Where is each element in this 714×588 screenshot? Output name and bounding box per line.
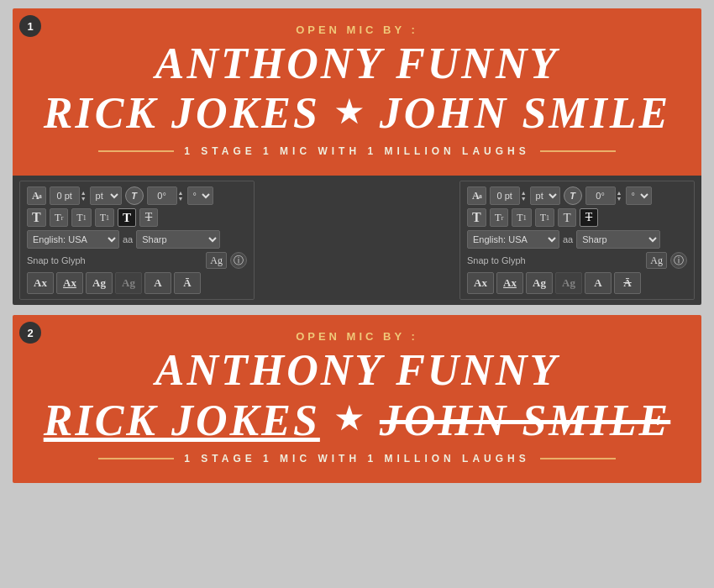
circle-t-right: T — [564, 186, 582, 205]
poster-1-title2a: RICK JOKES — [44, 89, 320, 137]
toolbar-left: Aa ▲ ▼ pt px T ▲ ▼ — [19, 181, 255, 300]
poster-1: OPEN MIC BY : ANTHONY FUNNY RICK JOKES ★… — [13, 8, 701, 176]
poster-2-title2b: JOHN SMILE — [380, 396, 670, 444]
angle-input-left[interactable] — [147, 186, 177, 205]
toolbar-left-row2: T Tr T1 T1 T T — [27, 208, 247, 227]
font-size-icon-right: Aa — [467, 186, 486, 205]
poster-2-title2: RICK JOKES ★ JOHN SMILE — [29, 396, 685, 444]
bb6-left[interactable]: Ā — [174, 272, 201, 294]
aa-label-right: aa — [563, 234, 573, 244]
angle-input-right[interactable] — [585, 186, 616, 205]
bb6-right[interactable]: Ā — [614, 272, 641, 294]
toolbar-right-row3: English: USA aa Sharp — [467, 230, 687, 249]
snap-info-btn-right[interactable]: ⓘ — [670, 252, 687, 269]
bb3-right[interactable]: Ag — [526, 272, 553, 294]
poster-1-title2: RICK JOKES ★ JOHN SMILE — [29, 89, 685, 137]
poster-2-title2a: RICK JOKES — [44, 396, 320, 444]
poster-2-subtitle: OPEN MIC BY : — [29, 330, 685, 343]
section-1: 1 OPEN MIC BY : ANTHONY FUNNY RICK JOKES… — [13, 8, 701, 305]
snap-row-right: Snap to Glyph Ag ⓘ — [467, 252, 687, 269]
snap-ag-btn-left[interactable]: Ag — [206, 252, 227, 269]
pt-up-left[interactable]: ▲ — [81, 190, 87, 196]
snap-icons-left: Ag ⓘ — [206, 252, 247, 269]
pt-input-left[interactable] — [50, 186, 80, 205]
pt-up-right[interactable]: ▲ — [521, 190, 527, 196]
section-2: 2 OPEN MIC BY : ANTHONY FUNNY RICK JOKES… — [13, 315, 701, 482]
t-small-btn-left[interactable]: Tr — [50, 208, 69, 227]
t-super-btn-right[interactable]: T1 — [512, 208, 531, 227]
t-super-btn-left[interactable]: T1 — [71, 208, 91, 227]
bb2-right[interactable]: Ax — [496, 272, 523, 294]
bb2-left[interactable]: Ax — [56, 272, 83, 294]
font-select-left[interactable]: Sharp — [136, 230, 220, 249]
font-select-right[interactable]: Sharp — [576, 230, 660, 249]
t-sub-btn-left[interactable]: T1 — [95, 208, 114, 227]
font-size-icon-left: Aa — [27, 186, 46, 205]
angle-select-right[interactable]: ° — [626, 186, 652, 205]
toolbar-right-row2: T Tr T1 T1 T T — [467, 208, 687, 227]
poster-2-title1: ANTHONY FUNNY — [29, 346, 685, 394]
t-normal-btn-right[interactable]: T — [558, 208, 576, 227]
pt-spinner-right[interactable]: ▲ ▼ — [490, 186, 527, 205]
bb5-right[interactable]: A — [585, 272, 612, 294]
toolbar-left-row1: Aa ▲ ▼ pt px T ▲ ▼ — [27, 186, 247, 205]
bb4-right[interactable]: Ag — [555, 272, 582, 294]
language-select-right[interactable]: English: USA — [467, 230, 559, 249]
poster-1-star: ★ — [335, 97, 365, 130]
snap-label-left: Snap to Glyph — [27, 255, 86, 265]
t-large-btn-left[interactable]: T — [27, 208, 46, 227]
toolbar-row-1: Aa ▲ ▼ pt px T ▲ ▼ — [13, 176, 701, 305]
snap-ag-btn-right[interactable]: Ag — [646, 252, 667, 269]
toolbar-right: Aa ▲ ▼ pt T ▲ ▼ — [459, 181, 695, 300]
poster-2-line-right — [540, 458, 616, 459]
pt-spinner-left[interactable]: ▲ ▼ — [50, 186, 87, 205]
bottom-btns-left: Ax Ax Ag Ag A Ā — [27, 272, 247, 294]
section-badge-1: 1 — [19, 15, 41, 37]
t-strike-btn-right[interactable]: T — [580, 208, 598, 227]
t-strike-btn-left[interactable]: T — [139, 208, 158, 227]
pt-input-right[interactable] — [490, 186, 520, 205]
snap-label-right: Snap to Glyph — [467, 255, 526, 265]
poster-2-tagline: 1 STAGE 1 MIC WITH 1 MILLION LAUGHS — [184, 453, 529, 465]
poster-1-line-left — [98, 150, 174, 152]
poster-1-subtitle: OPEN MIC BY : — [29, 24, 685, 36]
poster-1-bottom: 1 STAGE 1 MIC WITH 1 MILLION LAUGHS — [29, 145, 685, 157]
poster-2-star: ★ — [335, 403, 365, 437]
snap-icons-right: Ag ⓘ — [646, 252, 687, 269]
pt-select-right[interactable]: pt — [530, 186, 560, 205]
toolbar-left-row3: English: USA aa Sharp — [27, 230, 247, 249]
poster-1-title1: ANTHONY FUNNY — [29, 39, 685, 87]
angle-spinner-right[interactable]: ▲ ▼ — [585, 186, 622, 205]
angle-up-left[interactable]: ▲ — [178, 190, 184, 196]
angle-down-left[interactable]: ▼ — [178, 196, 184, 202]
pt-down-left[interactable]: ▼ — [81, 196, 87, 202]
t-bold-btn-left[interactable]: T — [118, 208, 136, 227]
circle-t-left: T — [125, 186, 144, 205]
t-large-btn-right[interactable]: T — [467, 208, 486, 227]
poster-1-line-right — [540, 150, 616, 152]
aa-label-left: aa — [123, 234, 133, 244]
language-select-left[interactable]: English: USA — [27, 230, 119, 249]
toolbar-spacer — [260, 181, 454, 300]
poster-1-tagline: 1 STAGE 1 MIC WITH 1 MILLION LAUGHS — [184, 145, 529, 157]
pt-select-left[interactable]: pt px — [90, 186, 122, 205]
poster-2: OPEN MIC BY : ANTHONY FUNNY RICK JOKES ★… — [13, 315, 701, 482]
toolbar-right-row1: Aa ▲ ▼ pt T ▲ ▼ — [467, 186, 687, 205]
angle-spinner-left[interactable]: ▲ ▼ — [147, 186, 184, 205]
t-sub-btn-right[interactable]: T1 — [535, 208, 554, 227]
angle-down-right[interactable]: ▼ — [617, 196, 622, 202]
snap-info-btn-left[interactable]: ⓘ — [230, 252, 247, 269]
poster-1-title2b: JOHN SMILE — [380, 89, 670, 137]
bb1-left[interactable]: Ax — [27, 272, 54, 294]
pt-down-right[interactable]: ▼ — [521, 196, 527, 202]
poster-2-bottom: 1 STAGE 1 MIC WITH 1 MILLION LAUGHS — [29, 453, 685, 465]
bottom-btns-right: Ax Ax Ag Ag A Ā — [467, 272, 687, 294]
angle-up-right[interactable]: ▲ — [617, 190, 622, 196]
bb5-left[interactable]: A — [144, 272, 171, 294]
angle-select-left[interactable]: ° — [187, 186, 213, 205]
bb4-left[interactable]: Ag — [115, 272, 142, 294]
poster-2-line-left — [98, 458, 174, 459]
bb3-left[interactable]: Ag — [86, 272, 113, 294]
t-small-btn-right[interactable]: Tr — [490, 208, 509, 227]
bb1-right[interactable]: Ax — [467, 272, 494, 294]
